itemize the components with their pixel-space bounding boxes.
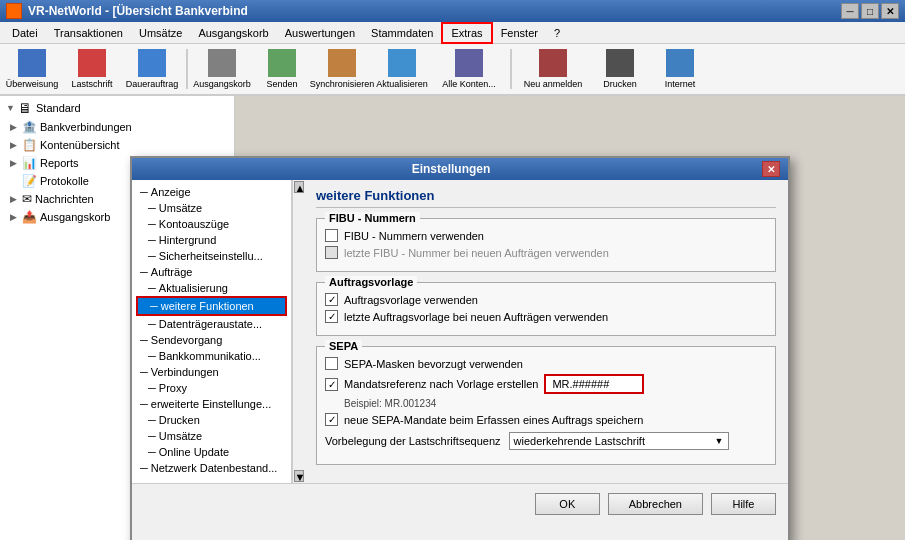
- sepa-group-label: SEPA: [325, 340, 362, 352]
- toolbar-drucken[interactable]: Drucken: [592, 45, 648, 93]
- menu-datei[interactable]: Datei: [4, 22, 46, 44]
- sepa-dropdown-value: wiederkehrende Lastschrift: [514, 435, 645, 447]
- toolbar-ueberweisung[interactable]: Überweisung: [4, 45, 60, 93]
- sepa-masks-row: SEPA-Masken bevorzugt verwenden: [325, 357, 767, 370]
- menu-fenster[interactable]: Fenster: [493, 22, 546, 44]
- sepa-mandats-label: Mandatsreferenz nach Vorlage erstellen: [344, 378, 538, 390]
- maximize-button[interactable]: □: [861, 3, 879, 19]
- bankverb-expand-icon: ▶: [10, 122, 20, 132]
- menu-stammdaten[interactable]: Stammdaten: [363, 22, 441, 44]
- fibu-cb-2[interactable]: [325, 246, 338, 259]
- tree-online-update[interactable]: ─ Online Update: [136, 444, 287, 460]
- abbrechen-button[interactable]: Abbrechen: [608, 493, 703, 515]
- panel-title: weitere Funktionen: [316, 188, 776, 208]
- ok-button[interactable]: OK: [535, 493, 600, 515]
- sepa-dropdown-label: Vorbelegung der Lastschriftsequenz: [325, 435, 501, 447]
- scrollbar-up[interactable]: ▲: [294, 181, 304, 193]
- fibu-group: FIBU - Nummern FIBU - Nummern verwenden …: [316, 218, 776, 272]
- toolbar-lastschrift[interactable]: Lastschrift: [64, 45, 120, 93]
- tree-anzeige[interactable]: ─ Anzeige: [136, 184, 287, 200]
- daten-dash: ─: [148, 318, 156, 330]
- dialog-close-button[interactable]: ✕: [762, 161, 780, 177]
- tree-umsaetze[interactable]: ─ Umsätze: [136, 200, 287, 216]
- hilfe-button[interactable]: Hilfe: [711, 493, 776, 515]
- fibu-cb-label-1: FIBU - Nummern verwenden: [344, 230, 484, 242]
- fibu-cb-1[interactable]: [325, 229, 338, 242]
- scrollbar-track: [293, 194, 304, 469]
- tree-aktualisierung[interactable]: ─ Aktualisierung: [136, 280, 287, 296]
- tree-erweitert[interactable]: ─ erweiterte Einstellunge...: [136, 396, 287, 412]
- sidebar-ausgang-label: Ausgangskorb: [40, 211, 110, 223]
- auftrags-cb-label-1: Auftragsvorlage verwenden: [344, 294, 478, 306]
- fibu-cb-label-2: letzte FIBU - Nummer bei neuen Aufträgen…: [344, 247, 609, 259]
- sidebar-root[interactable]: ▼ 🖥 Standard: [2, 98, 232, 118]
- auftrags-group: Auftragsvorlage Auftragsvorlage verwende…: [316, 282, 776, 336]
- internet-icon: [666, 49, 694, 77]
- dialog-body: ─ Anzeige ─ Umsätze ─ Kontoauszüge ─ Hin…: [132, 180, 788, 483]
- tree-scrollbar[interactable]: ▲ ▼: [292, 180, 304, 483]
- aktualisieren-icon: [388, 49, 416, 77]
- aktual-dash: ─: [148, 282, 156, 294]
- ausgangskorb-icon: [208, 49, 236, 77]
- tree-sendevorgang[interactable]: ─ Sendevorgang: [136, 332, 287, 348]
- tree-verbindungen[interactable]: ─ Verbindungen: [136, 364, 287, 380]
- root-folder-icon: 🖥: [18, 100, 32, 116]
- tree-umsaetze2[interactable]: ─ Umsätze: [136, 428, 287, 444]
- sepa-mandats-input[interactable]: [544, 374, 644, 394]
- nachr-expand-icon: ▶: [10, 194, 20, 204]
- dauerauftrag-label: Dauerauftrag: [126, 79, 179, 89]
- ausgang-icon: 📤: [22, 210, 37, 224]
- tree-sicherheit[interactable]: ─ Sicherheitseinstellu...: [136, 248, 287, 264]
- dropdown-arrow-icon: ▼: [715, 436, 724, 446]
- menu-ausgangskorb[interactable]: Ausgangskorb: [190, 22, 276, 44]
- tree-bankkomm[interactable]: ─ Bankkommunikatio...: [136, 348, 287, 364]
- tree-weitere-funktionen[interactable]: ─ weitere Funktionen: [136, 296, 287, 316]
- drucken-label: Drucken: [603, 79, 637, 89]
- menu-umsaetze[interactable]: Umsätze: [131, 22, 190, 44]
- sepa-lastschrift-dropdown[interactable]: wiederkehrende Lastschrift ▼: [509, 432, 729, 450]
- tree-drucken[interactable]: ─ Drucken: [136, 412, 287, 428]
- einstellungen-dialog: Einstellungen ✕ ─ Anzeige ─ Umsätze ─ Ko…: [130, 156, 790, 540]
- menu-transaktionen[interactable]: Transaktionen: [46, 22, 131, 44]
- toolbar-senden[interactable]: Senden: [254, 45, 310, 93]
- tree-proxy[interactable]: ─ Proxy: [136, 380, 287, 396]
- toolbar-allekonten[interactable]: Alle Konten...: [434, 45, 504, 93]
- aktualisieren-label: Aktualisieren: [376, 79, 428, 89]
- tree-kontoauszuege[interactable]: ─ Kontoauszüge: [136, 216, 287, 232]
- menu-help[interactable]: ?: [546, 22, 568, 44]
- sync-label: Synchronisieren: [310, 79, 375, 89]
- sidebar-item-bankverbindungen[interactable]: ▶ 🏦 Bankverbindungen: [2, 118, 232, 136]
- toolbar-aktualisieren[interactable]: Aktualisieren: [374, 45, 430, 93]
- minimize-button[interactable]: ─: [841, 3, 859, 19]
- tree-auftraege[interactable]: ─ Aufträge: [136, 264, 287, 280]
- allekonten-label: Alle Konten...: [442, 79, 496, 89]
- bank-dash: ─: [148, 350, 156, 362]
- toolbar-synchronisieren[interactable]: Synchronisieren: [314, 45, 370, 93]
- sidebar-reports-label: Reports: [40, 157, 79, 169]
- toolbar-ausgangskorb[interactable]: Ausgangskorb: [194, 45, 250, 93]
- erw-expand: ─: [140, 398, 148, 410]
- toolbar-internet[interactable]: Internet: [652, 45, 708, 93]
- sidebar-item-kontenübersicht[interactable]: ▶ 📋 Kontenübersicht: [2, 136, 232, 154]
- fibu-group-content: FIBU - Nummern verwenden letzte FIBU - N…: [325, 229, 767, 259]
- tree-datentraeger[interactable]: ─ Datenträgeraustate...: [136, 316, 287, 332]
- sepa-neue-cb[interactable]: [325, 413, 338, 426]
- sepa-masks-label: SEPA-Masken bevorzugt verwenden: [344, 358, 523, 370]
- ueberweisung-label: Überweisung: [6, 79, 59, 89]
- tree-hintergrund[interactable]: ─ Hintergrund: [136, 232, 287, 248]
- ums2-dash: ─: [148, 430, 156, 442]
- auftrags-cb-1[interactable]: [325, 293, 338, 306]
- sepa-mandats-cb[interactable]: [325, 378, 338, 391]
- toolbar-anmelden[interactable]: Neu anmelden: [518, 45, 588, 93]
- menu-extras[interactable]: Extras: [441, 22, 492, 44]
- menu-auswertungen[interactable]: Auswertungen: [277, 22, 363, 44]
- scrollbar-down[interactable]: ▼: [294, 470, 304, 482]
- auftrags-group-content: Auftragsvorlage verwenden letzte Auftrag…: [325, 293, 767, 323]
- sepa-masks-cb[interactable]: [325, 357, 338, 370]
- internet-label: Internet: [665, 79, 696, 89]
- auftrags-cb-2[interactable]: [325, 310, 338, 323]
- tree-netzwerk[interactable]: ─ Netzwerk Datenbestand...: [136, 460, 287, 476]
- toolbar-dauerauftrag[interactable]: Dauerauftrag: [124, 45, 180, 93]
- lastschrift-icon: [78, 49, 106, 77]
- close-button[interactable]: ✕: [881, 3, 899, 19]
